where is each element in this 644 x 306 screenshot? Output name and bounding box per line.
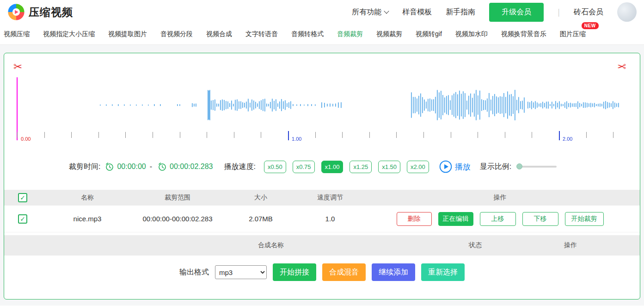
ruler-label-1: 1.00 [292, 136, 301, 142]
file-name: nice.mp3 [41, 215, 134, 223]
playhead[interactable] [17, 77, 18, 140]
col-speed: 速度调节 [300, 194, 360, 202]
playback-controls: 裁剪时间: 00:00:00 - 00:00:02.283 播放速度: x0.5… [4, 158, 640, 175]
row-checkbox[interactable]: ✓ [18, 214, 27, 224]
tab-video-crop[interactable]: 视频裁剪 [376, 30, 402, 38]
tab-video-bgm[interactable]: 视频换背景音乐 [501, 30, 546, 38]
start-time-clock-icon [105, 162, 114, 171]
top-header: 压缩视频 所有功能 样音模板 新手指南 升级会员 | 砖石会员 [0, 0, 644, 24]
tab-video-watermark[interactable]: 视频加水印 [455, 30, 488, 38]
end-time-clock-icon [158, 162, 167, 171]
nav-sample-templates[interactable]: 样音模板 [402, 7, 432, 17]
nav-divider: | [558, 7, 560, 17]
page: 压缩视频 所有功能 样音模板 新手指南 升级会员 | 砖石会员 视频压缩 视频指… [0, 0, 644, 306]
move-down-button[interactable]: 下移 [522, 212, 558, 226]
logo[interactable]: 压缩视频 [7, 3, 73, 21]
nav-all-features[interactable]: 所有功能 [352, 7, 388, 17]
speed-label: 播放速度: [224, 162, 255, 172]
output-format-select[interactable]: mp3 [215, 265, 267, 279]
speed-x150-button[interactable]: x1.50 [378, 161, 400, 173]
file-table-row: ✓ nice.mp3 00:00:00-00:00:02.283 2.07MB … [4, 206, 640, 232]
tab-video-merge[interactable]: 视频合成 [206, 30, 232, 38]
speed-x075-button[interactable]: x0.75 [293, 161, 315, 173]
nav-all-features-label: 所有功能 [352, 7, 381, 17]
col-merge-name: 合成名称 [258, 241, 284, 250]
speed-x125-button[interactable]: x1.25 [350, 161, 372, 173]
file-crop-range: 00:00:00-00:00:02.283 [134, 215, 221, 223]
display-ratio-label: 显示比例: [480, 162, 511, 172]
col-merge-status: 状态 [469, 241, 482, 250]
add-more-button[interactable]: 继续添加 [372, 263, 415, 281]
tab-text-to-speech[interactable]: 文字转语音 [245, 30, 278, 38]
zoom-slider[interactable] [518, 166, 557, 168]
crop-end-time: 00:00:02.283 [170, 162, 213, 171]
delete-button[interactable]: 删除 [397, 212, 432, 226]
logo-text: 压缩视频 [29, 5, 73, 19]
speed-x200-button[interactable]: x2.00 [407, 161, 429, 173]
crop-start-scissors-icon[interactable]: ✂ [13, 62, 22, 72]
start-crop-button[interactable]: 开始裁剪 [565, 212, 604, 226]
col-range: 裁剪范围 [134, 194, 221, 202]
tab-image-compress-label: 图片压缩 [560, 30, 586, 37]
tab-video-size-compress[interactable]: 视频指定大小压缩 [43, 30, 95, 38]
play-button[interactable]: 播放 [439, 160, 471, 173]
start-splice-button[interactable]: 开始拼接 [273, 263, 316, 281]
timeline-ruler[interactable]: 0.00 1.00 2.00 [17, 132, 626, 138]
file-table-header: ✓ 名称 裁剪范围 大小 速度调节 操作 [4, 190, 640, 206]
ruler-label-2: 2.00 [563, 136, 572, 142]
select-all-checkbox[interactable]: ✓ [18, 193, 27, 202]
audio-crop-panel: ✂ ✂ 0.00 1.00 2.00 裁剪时间: [4, 53, 640, 300]
new-badge: NEW [582, 22, 599, 29]
upgrade-member-button[interactable]: 升级会员 [489, 3, 544, 22]
top-nav: 所有功能 样音模板 新手指南 升级会员 | 砖石会员 [352, 2, 637, 22]
tab-audio-convert[interactable]: 音频转格式 [291, 30, 324, 38]
tab-video-compress[interactable]: 视频压缩 [4, 30, 30, 38]
col-merge-actions: 操作 [564, 241, 577, 250]
row-actions: 删除 正在编辑 上移 下移 开始裁剪 [360, 212, 640, 226]
col-size: 大小 [221, 194, 300, 202]
tab-video-to-gif[interactable]: 视频转gif [416, 30, 442, 38]
waveform[interactable] [17, 75, 627, 135]
speed-x050-button[interactable]: x0.50 [264, 161, 286, 173]
chevron-down-icon [384, 8, 389, 13]
nav-beginner-guide[interactable]: 新手指南 [446, 7, 475, 17]
tab-av-segment[interactable]: 音视频分段 [160, 30, 193, 38]
col-actions: 操作 [360, 194, 640, 202]
file-size: 2.07MB [221, 215, 300, 223]
editing-button[interactable]: 正在编辑 [438, 212, 473, 226]
user-avatar[interactable] [617, 2, 637, 22]
tab-video-extract-images[interactable]: 视频提取图片 [108, 30, 147, 38]
ruler-label-0: 0.00 [21, 136, 31, 142]
waveform-editor: ✂ ✂ 0.00 1.00 2.00 [4, 53, 640, 144]
move-up-button[interactable]: 上移 [480, 212, 516, 226]
membership-label[interactable]: 砖石会员 [574, 7, 603, 17]
logo-icon [7, 3, 25, 21]
feature-tabs: 视频压缩 视频指定大小压缩 视频提取图片 音视频分段 视频合成 文字转语音 音频… [0, 24, 644, 45]
reselect-button[interactable]: 重新选择 [421, 263, 465, 281]
play-label: 播放 [455, 162, 471, 172]
mix-button[interactable]: 合成混音 [322, 263, 366, 281]
tab-audio-crop[interactable]: 音频裁剪 [337, 30, 363, 38]
merge-table-header: 合成名称 状态 操作 [4, 235, 640, 256]
tab-image-compress[interactable]: 图片压缩 NEW [560, 30, 586, 38]
speed-x100-button[interactable]: x1.00 [321, 161, 343, 173]
file-speed: 1.0 [300, 215, 360, 223]
output-controls: 输出格式 mp3 开始拼接 合成混音 继续添加 重新选择 [4, 263, 640, 281]
col-name: 名称 [41, 194, 134, 202]
content-area: ✂ ✂ 0.00 1.00 2.00 裁剪时间: [0, 45, 644, 306]
crop-time-label: 裁剪时间: [69, 162, 100, 172]
tick-2s [559, 131, 560, 140]
crop-start-time: 00:00:00 [117, 162, 146, 171]
tick-1s [288, 131, 289, 140]
zoom-slider-knob[interactable] [516, 163, 522, 169]
play-icon [439, 160, 452, 173]
time-separator: - [150, 162, 152, 171]
crop-end-scissors-icon[interactable]: ✂ [617, 62, 626, 72]
output-format-label: 输出格式 [179, 268, 209, 277]
